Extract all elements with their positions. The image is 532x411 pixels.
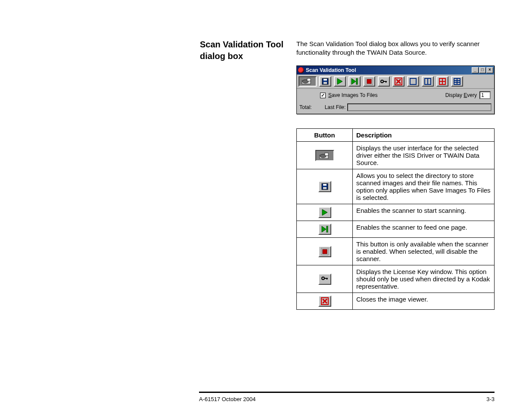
table-row: Displays the License Key window. This op… <box>297 265 495 293</box>
table-row: Enables the scanner to start scanning. <box>297 204 495 221</box>
description-cell: Closes the image viewer. <box>353 293 495 310</box>
minimize-button[interactable]: _ <box>472 67 479 73</box>
save-images-checkbox[interactable]: ✓ <box>320 93 326 98</box>
save-destination-button[interactable] <box>319 76 331 87</box>
last-file-field <box>347 103 492 111</box>
window-title: Scan Validation Tool <box>306 67 472 73</box>
table-row: Displays the user interface for the sele… <box>297 142 495 169</box>
footer-left: A-61517 October 2004 <box>199 396 256 402</box>
options-row: ✓ Save Images To Files Display Every <box>297 89 494 102</box>
close-viewer-button[interactable] <box>392 76 404 87</box>
status-bar: Total: Last File: <box>297 102 494 114</box>
footer-right: 3-3 <box>486 396 495 402</box>
description-cell: This button is only available when the s… <box>353 238 495 265</box>
button-cell <box>297 142 353 169</box>
button-cell <box>297 293 353 310</box>
display-every-label: Display Every <box>445 92 477 98</box>
description-cell: Enables the scanner to feed one page. <box>353 221 495 238</box>
close-viewer-icon <box>318 296 331 307</box>
view-4up-button[interactable] <box>436 76 448 87</box>
button-cell <box>297 265 353 293</box>
last-file-label: Last File: <box>325 104 346 110</box>
total-label: Total: <box>299 104 312 110</box>
view-1up-button[interactable] <box>407 76 419 87</box>
titlebar: Scan Validation Tool _ □ × <box>297 66 494 75</box>
display-every-input[interactable] <box>479 91 491 99</box>
save-images-label: Save Images To Files <box>328 92 378 98</box>
maximize-button[interactable]: □ <box>479 67 486 73</box>
scan-validation-dialog: Scan Validation Tool _ □ × ✓ Save Images… <box>296 65 495 114</box>
button-cell <box>297 238 353 265</box>
table-row: Allows you to select the directory to st… <box>297 169 495 204</box>
th-description: Description <box>353 129 495 142</box>
toolbar <box>297 75 494 89</box>
table-row: This button is only available when the s… <box>297 238 495 265</box>
intro-text: The Scan Validation Tool dialog box allo… <box>296 40 493 57</box>
description-cell: Enables the scanner to start scanning. <box>353 204 495 221</box>
stop-disable-button[interactable] <box>363 76 375 87</box>
close-button[interactable]: × <box>486 67 493 73</box>
view-2up-button[interactable] <box>422 76 434 87</box>
feed-one-page-icon <box>318 224 331 235</box>
table-row: Closes the image viewer. <box>297 293 495 310</box>
start-scan-button[interactable] <box>334 76 346 87</box>
description-cell: Displays the License Key window. This op… <box>353 265 495 293</box>
button-description-table: Button Description Displays the user int… <box>296 128 495 310</box>
app-icon <box>298 67 304 73</box>
stop-disable-icon <box>318 246 331 257</box>
button-cell <box>297 204 353 221</box>
license-key-button[interactable] <box>378 76 390 87</box>
table-row: Enables the scanner to feed one page. <box>297 221 495 238</box>
button-cell <box>297 221 353 238</box>
feed-one-page-button[interactable] <box>348 76 361 87</box>
driver-ui-button[interactable] <box>299 76 317 87</box>
button-cell <box>297 169 353 204</box>
footer-rule <box>199 392 495 393</box>
driver-ui-icon <box>315 150 334 161</box>
view-8up-button[interactable] <box>451 76 463 87</box>
start-scan-icon <box>318 207 331 218</box>
description-cell: Allows you to select the directory to st… <box>353 169 495 204</box>
save-destination-icon <box>318 181 331 192</box>
description-cell: Displays the user interface for the sele… <box>353 142 495 169</box>
th-button: Button <box>297 129 353 142</box>
license-key-icon <box>318 274 331 285</box>
section-heading: Scan Validation Tool dialog box <box>200 39 286 62</box>
